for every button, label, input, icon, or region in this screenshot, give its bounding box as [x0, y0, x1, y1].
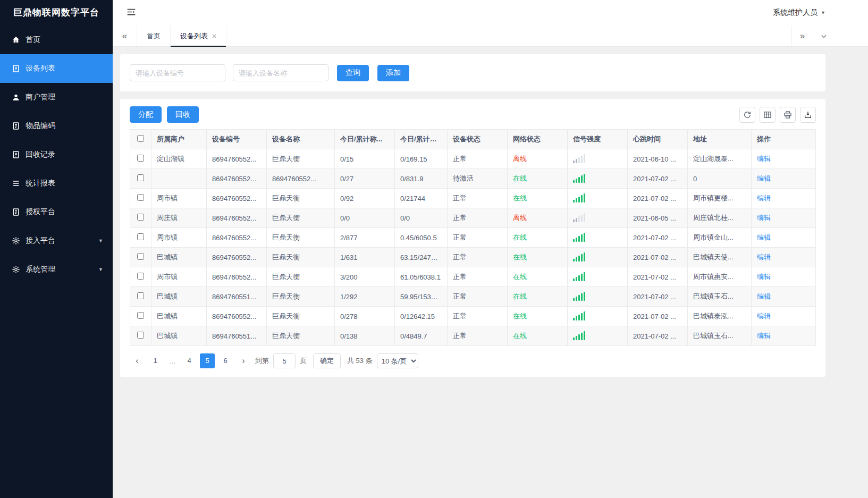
cell-heartbeat: 2021-06-10 ... [628, 149, 688, 169]
cell-device-status: 正常 [448, 267, 508, 287]
row-checkbox[interactable] [137, 292, 144, 299]
tabs-scroll-right-icon[interactable]: » [791, 26, 813, 46]
sidebar-collapse-icon[interactable] [125, 6, 138, 19]
cell-today-weight: 0/4849.7 [395, 326, 448, 346]
device-no-input[interactable] [130, 64, 225, 81]
cell-device-name: 巨鼎天衡 [267, 326, 335, 346]
sidebar-item-stats-report[interactable]: 统计报表 [0, 169, 113, 198]
row-checkbox[interactable] [137, 273, 144, 280]
tabs: 首页设备列表× [137, 26, 226, 46]
edit-link[interactable]: 编辑 [757, 214, 771, 222]
recycle-button[interactable]: 回收 [167, 106, 199, 123]
sidebar-nav: 首页设备列表商户管理物品编码回收记录统计报表授权平台接入平台▼系统管理▼ [0, 26, 113, 284]
sidebar-item-device-list[interactable]: 设备列表 [0, 54, 113, 83]
user-menu[interactable]: 系统维护人员 ▼ [773, 8, 825, 18]
next-page-icon[interactable]: › [236, 353, 251, 368]
cell-device-name: 巨鼎天衡 [267, 189, 335, 208]
cell-signal [568, 267, 628, 287]
row-checkbox[interactable] [137, 155, 144, 162]
cell-address: 巴城镇玉石... [688, 326, 752, 346]
query-button[interactable]: 查询 [337, 65, 369, 81]
edit-link[interactable]: 编辑 [757, 292, 771, 300]
page-number-5[interactable]: 5 [200, 353, 215, 368]
cell-device-status: 待激活 [448, 169, 508, 189]
edit-link[interactable]: 编辑 [757, 174, 771, 182]
pagination: ‹1…456›到第页确定共 53 条10 条/页 [130, 353, 816, 368]
cell-address: 巴城镇泰泓... [688, 307, 752, 326]
device-name-input[interactable] [233, 64, 328, 81]
tab-home[interactable]: 首页 [137, 26, 171, 46]
assign-button[interactable]: 分配 [130, 106, 162, 123]
cell-today-count: 1/292 [335, 287, 395, 307]
cell-merchant: 周市镇 [151, 267, 207, 287]
row-checkbox[interactable] [137, 233, 144, 240]
print-button[interactable] [780, 107, 796, 123]
export-button[interactable] [800, 107, 816, 123]
row-checkbox[interactable] [137, 253, 144, 260]
cell-today-weight: 0/21744 [395, 189, 448, 208]
edit-link[interactable]: 编辑 [757, 253, 771, 261]
device-table: 所属商户设备编号设备名称今日/累计称...今日/累计重...设备状态网络状态信号… [130, 129, 816, 346]
row-checkbox[interactable] [137, 312, 144, 319]
cell-address: 周市镇更楼... [688, 189, 752, 208]
columns-button[interactable] [760, 107, 776, 123]
tabs-menu-icon[interactable] [813, 26, 834, 46]
sidebar-item-label: 接入平台 [26, 236, 55, 246]
page-number-4[interactable]: 4 [182, 353, 197, 368]
search-panel: 查询 添加 [120, 54, 825, 91]
system-manage-icon [12, 265, 20, 274]
edit-link[interactable]: 编辑 [757, 312, 771, 320]
cell-network-status: 在线 [508, 228, 568, 248]
sidebar-item-home[interactable]: 首页 [0, 26, 113, 54]
row-checkbox[interactable] [137, 214, 144, 221]
select-all-checkbox[interactable] [137, 135, 144, 142]
cell-network-status: 在线 [508, 169, 568, 189]
cell-address: 周庄镇北桂... [688, 208, 752, 228]
cell-address: 周市镇惠安... [688, 267, 752, 287]
confirm-button[interactable]: 确定 [313, 353, 341, 368]
table-row: 周市镇8694760552...巨鼎天衡2/8770.45/6050.5正常在线… [130, 228, 816, 248]
cell-address: 0 [688, 169, 752, 189]
sidebar-item-auth-platform[interactable]: 授权平台 [0, 198, 113, 226]
edit-link[interactable]: 编辑 [757, 233, 771, 241]
jump-page-input[interactable] [273, 353, 296, 368]
export-icon [804, 111, 812, 119]
cell-device-name: 巨鼎天衡 [267, 248, 335, 267]
cell-heartbeat: 2021-07-02 ... [628, 267, 688, 287]
add-button[interactable]: 添加 [377, 65, 409, 81]
table-row: 巴城镇8694760551...巨鼎天衡1/29259.95/15382...正… [130, 287, 816, 307]
row-checkbox[interactable] [137, 194, 144, 201]
sidebar-item-recycle-record[interactable]: 回收记录 [0, 140, 113, 169]
prev-page-icon[interactable]: ‹ [130, 353, 145, 368]
cell-today-count: 2/877 [335, 228, 395, 248]
tabs-scroll-left-icon[interactable]: « [113, 26, 137, 46]
chevron-down-icon: ▼ [98, 238, 103, 243]
signal-strength-icon [573, 193, 585, 202]
row-checkbox[interactable] [137, 174, 144, 181]
page-ellipsis: … [166, 357, 179, 365]
device-table-panel: 分配 回收 所属商户设备编号设备名称今日/累计称...今日/累计重...设备状态… [120, 99, 825, 377]
auth-platform-icon [12, 208, 20, 216]
row-checkbox[interactable] [137, 332, 144, 339]
edit-link[interactable]: 编辑 [757, 332, 771, 340]
page-number-1[interactable]: 1 [148, 353, 163, 368]
sidebar-item-item-code[interactable]: 物品编码 [0, 112, 113, 140]
page-size-select[interactable]: 10 条/页 [377, 353, 418, 368]
cell-device-status: 正常 [448, 228, 508, 248]
page-number-6[interactable]: 6 [218, 353, 233, 368]
tab-device-list[interactable]: 设备列表× [171, 26, 226, 46]
cell-signal [568, 228, 628, 248]
table-row: 巴城镇8694760552...巨鼎天衡1/63163.15/24785...正… [130, 248, 816, 267]
cell-network-status: 在线 [508, 189, 568, 208]
signal-strength-icon [573, 154, 585, 163]
close-icon[interactable]: × [212, 32, 216, 40]
edit-link[interactable]: 编辑 [757, 273, 771, 281]
table-row: 周庄镇8694760552...巨鼎天衡0/00/0正常离线2021-06-05… [130, 208, 816, 228]
refresh-button[interactable] [739, 107, 755, 123]
sidebar-item-access-platform[interactable]: 接入平台▼ [0, 226, 113, 255]
column-header: 设备名称 [267, 130, 335, 149]
edit-link[interactable]: 编辑 [757, 194, 771, 202]
sidebar-item-system-manage[interactable]: 系统管理▼ [0, 255, 113, 284]
sidebar-item-merchant-manage[interactable]: 商户管理 [0, 83, 113, 112]
edit-link[interactable]: 编辑 [757, 155, 771, 163]
